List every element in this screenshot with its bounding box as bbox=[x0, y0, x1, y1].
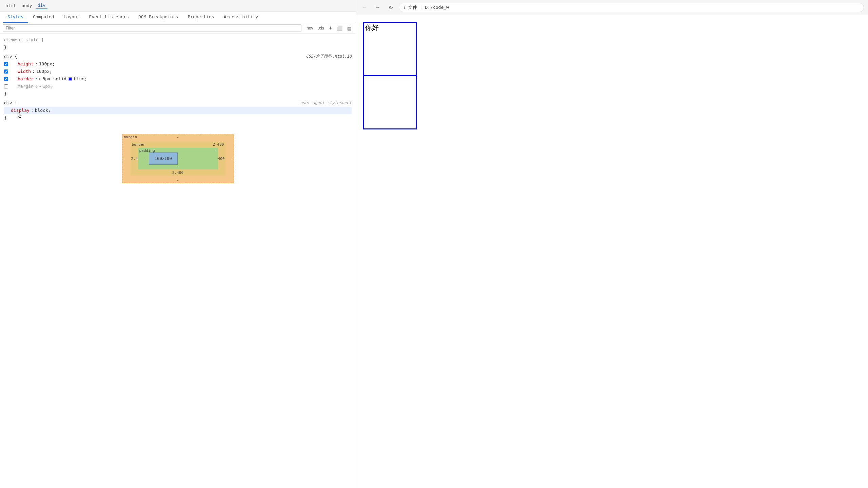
box-model-padding: padding - - - 100×100 - bbox=[138, 148, 218, 169]
element-style-selector: element.style { bbox=[4, 36, 44, 44]
margin-label: margin bbox=[124, 135, 137, 139]
margin-colon: : bbox=[35, 83, 38, 90]
element-style-rule: element.style { } bbox=[4, 36, 352, 51]
tab-computed[interactable]: Computed bbox=[28, 12, 59, 23]
border-colon: : bbox=[35, 75, 38, 83]
display-prop-name: display bbox=[11, 107, 29, 114]
div-rule-source[interactable]: CSS-盒子模型.html:10 bbox=[306, 53, 352, 60]
height-prop-value: 100px; bbox=[39, 60, 55, 68]
border-color-value: blue; bbox=[74, 75, 87, 83]
preview-text: 你好 bbox=[364, 22, 380, 33]
tab-dom-breakpoints[interactable]: DOM Breakpoints bbox=[134, 12, 183, 23]
filter-bar: :hov .cls + ⬜ ▤ bbox=[0, 23, 356, 34]
margin-val-bottom: - bbox=[177, 178, 179, 182]
url-text: 文件 | D:/code_w bbox=[408, 4, 859, 11]
div-rule-close: } bbox=[4, 90, 352, 98]
margin-checkbox[interactable] bbox=[4, 84, 8, 88]
url-bar[interactable]: ℹ 文件 | D:/code_w bbox=[399, 3, 864, 12]
div-rule-header: div { CSS-盒子模型.html:10 bbox=[4, 53, 352, 60]
breadcrumb-div[interactable]: div bbox=[36, 2, 47, 9]
width-colon: : bbox=[32, 68, 35, 75]
div-user-agent-header: div { user agent stylesheet bbox=[4, 100, 352, 107]
margin-val-right: - bbox=[231, 157, 233, 161]
padding-side-row: - 100×100 - bbox=[145, 152, 211, 165]
back-button[interactable]: ← bbox=[360, 3, 370, 12]
inspect-button[interactable]: ⬜ bbox=[335, 25, 344, 32]
tab-properties[interactable]: Properties bbox=[183, 12, 219, 23]
ua-close-brace: } bbox=[4, 114, 352, 122]
border-val-bottom: 2.400 bbox=[172, 170, 183, 175]
breadcrumb-html[interactable]: html bbox=[3, 2, 18, 9]
tab-layout[interactable]: Layout bbox=[59, 12, 84, 23]
cls-button[interactable]: .cls bbox=[317, 25, 326, 31]
height-checkbox[interactable] bbox=[4, 62, 8, 66]
preview-container: 你好 bbox=[363, 22, 861, 129]
browser-content: 你好 bbox=[356, 15, 868, 488]
border-triangle[interactable]: ▶ bbox=[39, 76, 41, 82]
preview-div-first: 你好 bbox=[363, 22, 417, 76]
styles-content: element.style { } div { CSS-盒子模型.html:10… bbox=[0, 34, 356, 488]
padding-val-top: - bbox=[214, 148, 217, 153]
border-prop-line: border : ▶ 3px solid blue; bbox=[4, 75, 352, 83]
add-rule-button[interactable]: + bbox=[328, 24, 333, 32]
width-prop-value: 100px; bbox=[36, 68, 52, 75]
hov-button[interactable]: :hov bbox=[304, 25, 315, 31]
box-model-margin: margin - - - - border 2.400 2.400 2.400 … bbox=[122, 134, 234, 183]
close-brace-2: } bbox=[4, 114, 7, 122]
padding-label: padding bbox=[139, 148, 155, 153]
color-swatch-blue[interactable] bbox=[68, 77, 72, 81]
width-prop-name: width bbox=[18, 68, 31, 75]
border-prop-name: border bbox=[18, 75, 34, 83]
filter-input[interactable] bbox=[3, 24, 301, 32]
tab-styles[interactable]: Styles bbox=[3, 12, 28, 23]
display-colon: : bbox=[31, 107, 34, 114]
div-selector: div { bbox=[4, 53, 17, 60]
box-model-content[interactable]: 100×100 bbox=[149, 152, 178, 165]
close-brace-1: } bbox=[4, 90, 7, 98]
element-style-close-brace: } bbox=[4, 44, 7, 51]
toggle-sidebar-button[interactable]: ▤ bbox=[346, 25, 353, 32]
margin-arrow: → bbox=[39, 83, 41, 90]
margin-prop-line: margin : → 1px; bbox=[4, 83, 352, 90]
padding-val-bottom: - bbox=[177, 164, 179, 169]
browser-toolbar: ← → ↻ ℹ 文件 | D:/code_w bbox=[356, 0, 868, 15]
padding-val-left: - bbox=[145, 157, 147, 161]
filter-actions: :hov .cls + ⬜ ▤ bbox=[304, 24, 353, 32]
tab-event-listeners[interactable]: Event Listeners bbox=[84, 12, 134, 23]
div-rule: div { CSS-盒子模型.html:10 height : 100px; w… bbox=[4, 53, 352, 98]
margin-prop-name: margin bbox=[18, 83, 34, 90]
border-label: border bbox=[132, 142, 145, 147]
width-checkbox[interactable] bbox=[4, 69, 8, 74]
height-prop-line: height : 100px; bbox=[4, 60, 352, 68]
border-prop-value: 3px solid bbox=[42, 75, 66, 83]
refresh-button[interactable]: ↻ bbox=[386, 3, 395, 12]
browser-panel: ← → ↻ ℹ 文件 | D:/code_w 你好 bbox=[356, 0, 868, 488]
margin-prop-value: 1px; bbox=[42, 83, 53, 90]
box-model-diagram: margin - - - - border 2.400 2.400 2.400 … bbox=[4, 127, 352, 187]
display-prop-value: block; bbox=[35, 107, 51, 114]
forward-button[interactable]: → bbox=[373, 3, 382, 12]
tabs-bar: Styles Computed Layout Event Listeners D… bbox=[0, 12, 356, 23]
div-ua-selector: div { bbox=[4, 100, 17, 107]
div-user-agent-rule: div { user agent stylesheet display : bl… bbox=[4, 100, 352, 122]
preview-div-second bbox=[363, 75, 417, 129]
padding-val-right: - bbox=[180, 157, 182, 161]
user-agent-label: user agent stylesheet bbox=[300, 100, 352, 106]
display-prop-line: display : block; bbox=[4, 107, 352, 114]
border-checkbox[interactable] bbox=[4, 77, 8, 81]
height-prop-name: height bbox=[18, 60, 34, 68]
margin-val-left: - bbox=[123, 157, 125, 161]
cursor-container: display : block; bbox=[4, 107, 352, 114]
tab-accessibility[interactable]: Accessibility bbox=[219, 12, 263, 23]
margin-val-top: - bbox=[177, 135, 179, 139]
devtools-panel: html body div Styles Computed Layout Eve… bbox=[0, 0, 356, 488]
height-colon: : bbox=[35, 60, 38, 68]
breadcrumb: html body div bbox=[0, 0, 356, 12]
width-prop-line: width : 100px; bbox=[4, 68, 352, 75]
box-model-border: border 2.400 2.400 2.400 2.400 padding -… bbox=[131, 142, 225, 176]
border-val-top-right: 2.400 bbox=[213, 142, 224, 147]
info-icon: ℹ bbox=[404, 5, 406, 10]
breadcrumb-body[interactable]: body bbox=[19, 2, 34, 9]
